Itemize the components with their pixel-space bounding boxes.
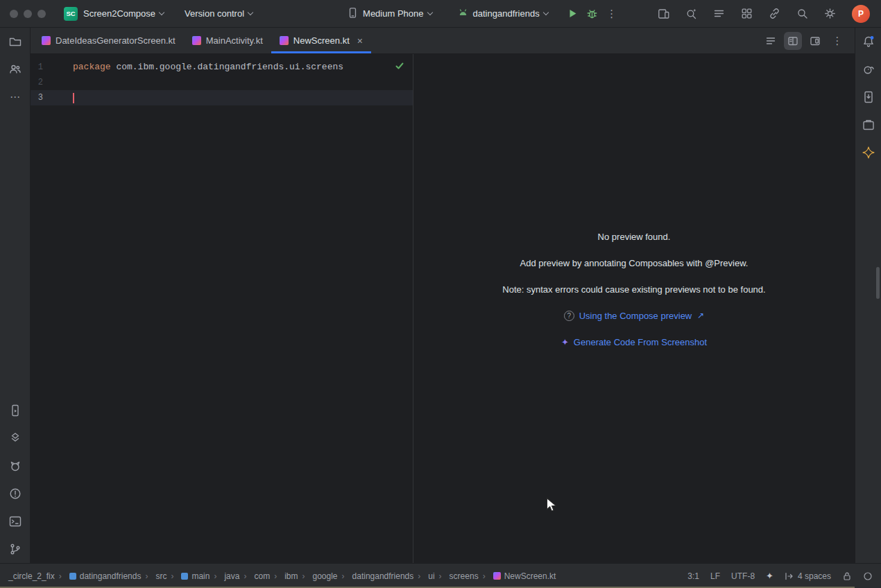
run-configuration-selector[interactable]: datingandfriends bbox=[452, 3, 554, 24]
code-editor[interactable]: 1 package com.ibm.google.datingandfriend… bbox=[31, 54, 413, 563]
breadcrumb-item[interactable]: src bbox=[141, 571, 166, 581]
tab-newscreen[interactable]: NewScreen.kt × bbox=[271, 28, 371, 53]
crumb-label: screens bbox=[450, 571, 479, 581]
hint-text: Add preview by annotating Composables wi… bbox=[520, 258, 749, 268]
indent-widget[interactable]: 4 spaces bbox=[785, 571, 831, 581]
gradle-icon[interactable] bbox=[855, 55, 881, 83]
main-area: ⋯ bbox=[0, 28, 881, 563]
more-horizontal-icon: ⋯ bbox=[10, 91, 20, 103]
design-view-icon[interactable] bbox=[806, 32, 824, 50]
people-icon[interactable] bbox=[1, 55, 29, 83]
lock-icon[interactable] bbox=[842, 571, 852, 581]
kotlin-file-icon bbox=[192, 36, 201, 45]
help-question-icon[interactable]: ? bbox=[564, 311, 574, 321]
run-button[interactable] bbox=[563, 4, 583, 24]
keyword-package: package bbox=[73, 60, 111, 75]
crumb-label: java bbox=[224, 571, 239, 581]
breadcrumb-item[interactable]: ibm bbox=[270, 571, 298, 581]
more-tool-windows-icon[interactable]: ⋯ bbox=[1, 83, 29, 111]
code-line-1[interactable]: 1 package com.ibm.google.datingandfriend… bbox=[31, 60, 413, 75]
running-devices-icon[interactable] bbox=[1, 397, 29, 424]
layers-icon[interactable] bbox=[1, 424, 29, 452]
line-number[interactable]: 1 bbox=[31, 60, 43, 75]
chevron-down-icon bbox=[427, 9, 432, 15]
breadcrumb-item[interactable]: datingandfriends bbox=[338, 571, 414, 581]
git-branch-icon[interactable] bbox=[1, 535, 29, 563]
problems-icon[interactable] bbox=[1, 480, 29, 508]
encoding-widget[interactable]: UTF-8 bbox=[731, 571, 755, 581]
close-window-button[interactable] bbox=[10, 10, 18, 18]
device-selector[interactable]: Medium Phone bbox=[341, 3, 437, 24]
inspections-ok-icon[interactable] bbox=[395, 61, 404, 74]
crumb-label: datingandfriends bbox=[352, 571, 414, 581]
statusbar-widgets: 3:1 LF UTF-8 ✦ 4 spaces bbox=[687, 571, 873, 581]
breadcrumbs: _circle_2_fix datingandfriends src main … bbox=[8, 571, 556, 581]
line-number[interactable]: 2 bbox=[31, 75, 43, 90]
more-run-actions-button[interactable]: ⋮ bbox=[602, 4, 622, 24]
logcat-cat-icon[interactable] bbox=[1, 452, 29, 480]
caret-position-widget[interactable]: 3:1 bbox=[687, 571, 699, 581]
breadcrumb-item[interactable]: _circle_2_fix bbox=[8, 571, 55, 581]
crumb-label: _circle_2_fix bbox=[8, 571, 55, 581]
grid-icon[interactable] bbox=[737, 4, 756, 24]
close-tab-icon[interactable]: × bbox=[357, 36, 363, 46]
breadcrumb-item[interactable]: ui bbox=[413, 571, 434, 581]
generate-code-row: ✦ Generate Code From Screenshot bbox=[413, 336, 855, 347]
link-icon[interactable] bbox=[764, 4, 784, 24]
more-options-icon[interactable]: ⋮ bbox=[828, 32, 846, 50]
ai-sparkle-icon[interactable]: ✦ bbox=[766, 571, 773, 581]
device-mirroring-icon[interactable] bbox=[653, 4, 673, 24]
notifications-bell-icon[interactable] bbox=[855, 28, 881, 55]
breadcrumb-item[interactable]: com bbox=[239, 571, 270, 581]
minimize-window-button[interactable] bbox=[24, 10, 32, 18]
crumb-label: ui bbox=[428, 571, 434, 581]
project-folder-icon[interactable] bbox=[1, 28, 29, 55]
list-icon[interactable] bbox=[709, 4, 728, 24]
device-manager-icon[interactable] bbox=[855, 111, 881, 139]
indent-label: 4 spaces bbox=[798, 571, 831, 581]
breadcrumb-item[interactable]: google bbox=[298, 571, 337, 581]
project-selector[interactable]: Screen2Compose bbox=[78, 5, 169, 22]
code-line-3-current[interactable]: 3 bbox=[31, 90, 413, 105]
ai-search-icon[interactable] bbox=[681, 4, 701, 24]
more-vertical-icon: ⋮ bbox=[606, 8, 617, 20]
generate-code-link[interactable]: Generate Code From Screenshot bbox=[574, 337, 707, 347]
crumb-label: google bbox=[312, 571, 337, 581]
terminal-icon[interactable] bbox=[1, 508, 29, 535]
breadcrumb-item[interactable]: main bbox=[166, 571, 209, 581]
editor-tabbar: DateIdeasGeneratorScreen.kt MainActivity… bbox=[31, 28, 855, 54]
chevron-down-icon bbox=[542, 9, 548, 15]
project-icon: SC bbox=[64, 7, 78, 21]
module-icon bbox=[181, 573, 188, 580]
line-number[interactable]: 3 bbox=[31, 90, 43, 105]
user-avatar[interactable]: P bbox=[852, 5, 870, 23]
statusbar: _circle_2_fix datingandfriends src main … bbox=[0, 563, 881, 588]
breadcrumb-item[interactable]: datingandfriends bbox=[55, 571, 142, 581]
inspections-ring-icon[interactable] bbox=[863, 571, 873, 581]
indent-icon bbox=[785, 571, 794, 581]
gemini-sparkle-icon[interactable] bbox=[855, 139, 881, 166]
code-view-icon[interactable] bbox=[762, 32, 780, 50]
breadcrumb-item[interactable]: screens bbox=[435, 571, 479, 581]
line-ending-widget[interactable]: LF bbox=[710, 571, 720, 581]
tab-dateideasgeneratorscreen[interactable]: DateIdeasGeneratorScreen.kt bbox=[33, 28, 184, 53]
tab-label: MainActivity.kt bbox=[206, 35, 263, 46]
breadcrumb-item-current-file[interactable]: NewScreen.kt bbox=[479, 571, 556, 581]
breadcrumb-item[interactable]: java bbox=[209, 571, 239, 581]
search-icon[interactable] bbox=[792, 4, 812, 24]
device-explorer-icon[interactable] bbox=[855, 83, 881, 111]
settings-gear-icon[interactable] bbox=[820, 4, 839, 24]
crumb-label: src bbox=[155, 571, 166, 581]
scrollbar-thumb[interactable] bbox=[876, 267, 880, 299]
tab-mainactivity[interactable]: MainActivity.kt bbox=[184, 28, 271, 53]
tab-label: NewScreen.kt bbox=[293, 35, 350, 46]
titlebar-actions: P bbox=[653, 4, 875, 24]
crumb-label: ibm bbox=[284, 571, 298, 581]
code-line-2[interactable]: 2 bbox=[31, 75, 413, 90]
device-selector-label: Medium Phone bbox=[363, 8, 423, 19]
compose-preview-doc-link[interactable]: Using the Compose preview bbox=[579, 311, 692, 321]
debug-button[interactable] bbox=[583, 4, 602, 24]
version-control-menu[interactable]: Version control bbox=[179, 5, 258, 22]
split-view-icon[interactable] bbox=[784, 32, 802, 50]
zoom-window-button[interactable] bbox=[37, 10, 46, 18]
